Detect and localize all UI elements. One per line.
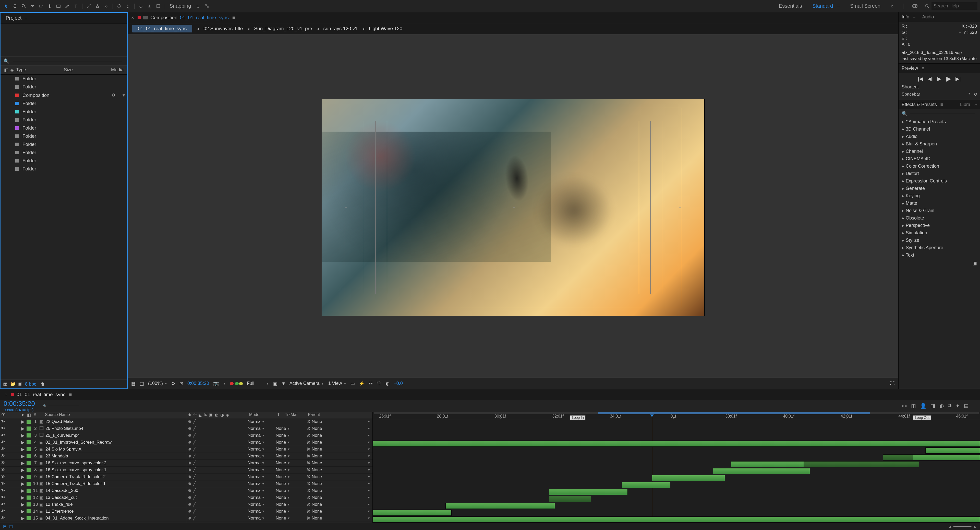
blend-mode[interactable]: Norma▼ (248, 488, 276, 493)
parent-menu[interactable]: None (312, 426, 322, 431)
orbit-tool[interactable] (29, 2, 36, 10)
layer-bar[interactable] (373, 516, 980, 523)
parent-pickwhip-icon[interactable]: ⌘ (306, 502, 310, 507)
brush-tool[interactable] (85, 2, 93, 10)
brainstorm-icon[interactable]: ✦ (956, 403, 960, 409)
timeline-current-time[interactable]: 0:00:35:20 (3, 400, 35, 408)
panel-menu-icon[interactable]: ≡ (69, 392, 72, 398)
effects-tab[interactable]: Effects & Presets (902, 102, 937, 107)
views-menu[interactable]: 1 View▼ (328, 381, 347, 386)
effects-category[interactable]: ▶Text (899, 251, 980, 259)
track-matte[interactable]: None▼ (276, 453, 306, 459)
roto-brush-tool[interactable] (115, 2, 123, 10)
project-item[interactable]: Folder (0, 75, 127, 83)
search-help-input[interactable] (932, 2, 977, 10)
twirl-icon[interactable]: ▶ (20, 426, 25, 431)
motion-blur-icon[interactable]: ◐ (939, 403, 944, 409)
twirl-icon[interactable]: ▶ (20, 509, 25, 514)
collapse-transform-icon[interactable]: ✸ (188, 516, 191, 521)
layer-row[interactable]: 👁▶3🎞25_s_curves.mp4 (0, 432, 186, 439)
visibility-toggle[interactable]: 👁 (0, 419, 6, 424)
collapse-transform-icon[interactable]: ✸ (188, 426, 191, 431)
blend-mode[interactable]: Norma▼ (248, 460, 276, 466)
quality-icon[interactable]: ╱ (193, 468, 196, 473)
track-matte[interactable]: None▼ (276, 468, 306, 473)
layer-row[interactable]: 👁▶4▣02_01_Improved_Screen_Redraw (0, 439, 186, 446)
layer-row[interactable]: 👁▶11▣14 Cascade_360 (0, 487, 186, 494)
collapse-transform-icon[interactable]: ✸ (188, 453, 191, 459)
effects-category[interactable]: ▶Noise & Grain (899, 207, 980, 214)
draft-3d-icon[interactable]: ◫ (911, 403, 916, 409)
twirl-icon[interactable]: ▶ (20, 447, 25, 452)
resolution-icon[interactable]: ⟳ (172, 381, 175, 386)
layer-bar[interactable] (549, 489, 628, 495)
resolution-menu[interactable]: Full▼ (247, 381, 269, 386)
effects-category[interactable]: ▶Blur & Sharpen (899, 140, 980, 148)
track-matte[interactable]: None▼ (276, 481, 306, 486)
blend-mode[interactable]: Norma▼ (248, 433, 276, 438)
layer-color[interactable] (27, 509, 31, 513)
visibility-toggle[interactable]: 👁 (0, 481, 6, 486)
blend-mode[interactable]: Norma▼ (248, 447, 276, 452)
layer-color[interactable] (27, 433, 31, 437)
sync-settings-icon[interactable]: CC (911, 2, 919, 10)
blend-mode[interactable]: Norma▼ (248, 426, 276, 431)
world-axis-icon[interactable] (146, 2, 153, 10)
twirl-icon[interactable]: ▶ (20, 516, 25, 521)
tag-icon[interactable]: ◈ (11, 67, 14, 73)
next-frame-icon[interactable]: |▶ (946, 76, 951, 82)
layer-color[interactable] (27, 468, 31, 472)
parent-pickwhip-icon[interactable]: ⌘ (306, 495, 310, 500)
exposure-value[interactable]: +0.0 (394, 381, 403, 386)
layer-row[interactable]: 👁▶7▣16 Slo_mo_carve_spray color 2 (0, 460, 186, 467)
layer-color[interactable] (27, 482, 31, 486)
track-matte[interactable]: None▼ (276, 460, 306, 466)
effects-category[interactable]: ▶3D Channel (899, 126, 980, 133)
collapse-transform-icon[interactable]: ✸ (188, 474, 191, 480)
snap-edges-icon[interactable] (203, 2, 211, 10)
puppet-tool[interactable] (124, 2, 132, 10)
breadcrumb-item[interactable]: 02 Sunwaves Title (204, 26, 243, 32)
project-item[interactable]: Folder (0, 116, 127, 124)
audio-tab[interactable]: Audio (922, 14, 934, 20)
graph-editor-icon[interactable]: ⧉ (948, 403, 951, 409)
layer-color[interactable] (27, 461, 31, 465)
maximize-icon[interactable]: ⛶ (890, 381, 895, 386)
track-matte[interactable]: None▼ (276, 509, 306, 514)
twirl-icon[interactable]: ▶ (20, 502, 25, 507)
workspace-more[interactable]: » (889, 2, 896, 10)
channel-icon[interactable]: ▼ (223, 382, 226, 385)
track-matte[interactable]: None▼ (276, 502, 306, 507)
collapse-transform-icon[interactable]: ✸ (188, 481, 191, 487)
toggle-switches-icon[interactable]: ⊞ (3, 524, 6, 529)
layer-row[interactable]: 👁▶1▣22 Quad Malia (0, 418, 186, 425)
more-tabs[interactable]: » (974, 102, 977, 107)
current-time[interactable]: 0:00:35:20 (188, 381, 209, 386)
effects-category[interactable]: ▶CINEMA 4D (899, 155, 980, 163)
collapse-transform-icon[interactable]: ✸ (188, 495, 191, 500)
parent-menu[interactable]: None (312, 495, 322, 500)
parent-menu[interactable]: None (312, 440, 322, 445)
layer-color[interactable] (27, 503, 31, 506)
parent-pickwhip-icon[interactable]: ⌘ (306, 433, 310, 438)
blend-mode[interactable]: Norma▼ (248, 419, 276, 424)
layer-row[interactable]: 👁▶9▣15 Camera_Track_Ride color 2 (0, 474, 186, 481)
panel-menu-icon[interactable]: ≡ (232, 15, 235, 21)
twirl-icon[interactable]: ▶ (20, 488, 25, 493)
reset-icon[interactable]: ⟲ (974, 92, 977, 97)
parent-menu[interactable]: None (312, 419, 322, 424)
parent-pickwhip-icon[interactable]: ⌘ (306, 440, 310, 445)
parent-menu[interactable]: None (312, 474, 322, 479)
pen-tool[interactable] (63, 2, 71, 10)
comp-mini-flowchart-icon[interactable]: ⊶ (902, 403, 907, 409)
quality-icon[interactable]: ╱ (193, 502, 196, 507)
rectangle-tool[interactable] (55, 2, 62, 10)
twirl-icon[interactable]: ▶ (20, 453, 25, 459)
visibility-toggle[interactable]: 👁 (0, 447, 6, 452)
collapse-transform-icon[interactable]: ✸ (188, 488, 191, 493)
layer-color[interactable] (27, 440, 31, 444)
effects-category[interactable]: ▶Expression Controls (899, 177, 980, 185)
parent-menu[interactable]: None (312, 481, 322, 486)
shortcut-dropdown[interactable]: ▼ (968, 92, 971, 97)
timeline-icon[interactable]: ☷ (369, 381, 373, 386)
